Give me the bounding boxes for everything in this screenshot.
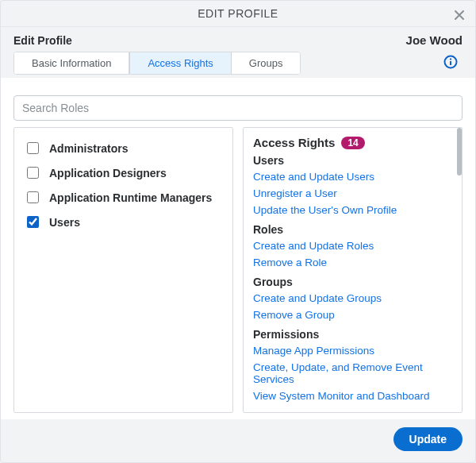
role-checkbox-application-runtime-managers[interactable] — [27, 191, 39, 203]
tabs: Basic Information Access Rights Groups — [13, 52, 301, 75]
role-item-application-runtime-managers[interactable]: Application Runtime Managers — [24, 185, 223, 210]
right-link[interactable]: Create, Update, and Remove Event Service… — [253, 359, 452, 388]
dialog-footer: Update — [1, 419, 475, 462]
role-label: Application Runtime Managers — [49, 191, 212, 204]
search-row — [13, 95, 463, 121]
role-checkbox-users[interactable] — [27, 216, 39, 228]
right-link[interactable]: Create and Update Groups — [253, 290, 452, 307]
section-title-groups: Groups — [253, 276, 452, 288]
access-rights-title: Access Rights — [253, 136, 335, 149]
tab-access-rights[interactable]: Access Rights — [129, 52, 231, 74]
subtitle-right: Joe Wood — [406, 33, 463, 47]
right-link[interactable]: Unregister a User — [253, 185, 452, 202]
access-rights-header: Access Rights 14 — [253, 136, 452, 149]
role-label: Users — [49, 216, 80, 229]
edit-profile-dialog: EDIT PROFILE Edit Profile Joe Wood Basic… — [0, 0, 476, 463]
subtitle-left: Edit Profile — [13, 34, 72, 47]
tab-row: Basic Information Access Rights Groups — [1, 52, 475, 78]
right-link[interactable]: Create and Update Roles — [253, 237, 452, 254]
role-checkbox-application-designers[interactable] — [27, 167, 39, 179]
role-item-application-designers[interactable]: Application Designers — [24, 160, 223, 185]
role-label: Administrators — [49, 142, 129, 155]
dialog-body: Administrators Application Designers App… — [1, 78, 475, 419]
search-roles-input[interactable] — [13, 95, 463, 121]
access-rights-count-badge: 14 — [341, 137, 364, 149]
close-button[interactable] — [450, 6, 469, 25]
section-title-permissions: Permissions — [253, 328, 452, 341]
scrollbar-thumb[interactable] — [457, 128, 462, 176]
info-icon — [443, 55, 458, 69]
dialog-title: EDIT PROFILE — [198, 7, 278, 20]
update-button[interactable]: Update — [393, 427, 463, 451]
section-title-users: Users — [253, 154, 452, 167]
access-rights-panel[interactable]: Access Rights 14 Users Create and Update… — [244, 128, 462, 412]
role-item-administrators[interactable]: Administrators — [24, 136, 223, 160]
right-link[interactable]: View System Monitor and Dashboard — [253, 388, 452, 404]
role-label: Application Designers — [49, 167, 167, 179]
info-button[interactable] — [443, 55, 458, 71]
dialog-titlebar: EDIT PROFILE — [1, 1, 475, 27]
right-link[interactable]: Create and Update Users — [253, 168, 452, 185]
tab-basic-information[interactable]: Basic Information — [14, 52, 129, 74]
columns: Administrators Application Designers App… — [13, 127, 463, 413]
roles-list: Administrators Application Designers App… — [14, 128, 232, 242]
right-link[interactable]: Remove a Group — [253, 307, 452, 323]
dialog-subheader: Edit Profile Joe Wood — [1, 27, 475, 52]
right-link[interactable]: Manage App Permissions — [253, 342, 452, 359]
svg-rect-2 — [450, 59, 451, 60]
svg-rect-1 — [450, 61, 451, 65]
role-checkbox-administrators[interactable] — [27, 142, 39, 154]
section-title-roles: Roles — [253, 223, 452, 236]
role-item-users[interactable]: Users — [24, 210, 223, 234]
roles-column: Administrators Application Designers App… — [13, 127, 233, 413]
close-icon — [453, 9, 466, 21]
access-rights-column: Access Rights 14 Users Create and Update… — [243, 127, 463, 413]
right-link[interactable]: Update the User's Own Profile — [253, 202, 452, 218]
right-link[interactable]: Remove a Role — [253, 254, 452, 271]
tab-groups[interactable]: Groups — [232, 52, 301, 74]
